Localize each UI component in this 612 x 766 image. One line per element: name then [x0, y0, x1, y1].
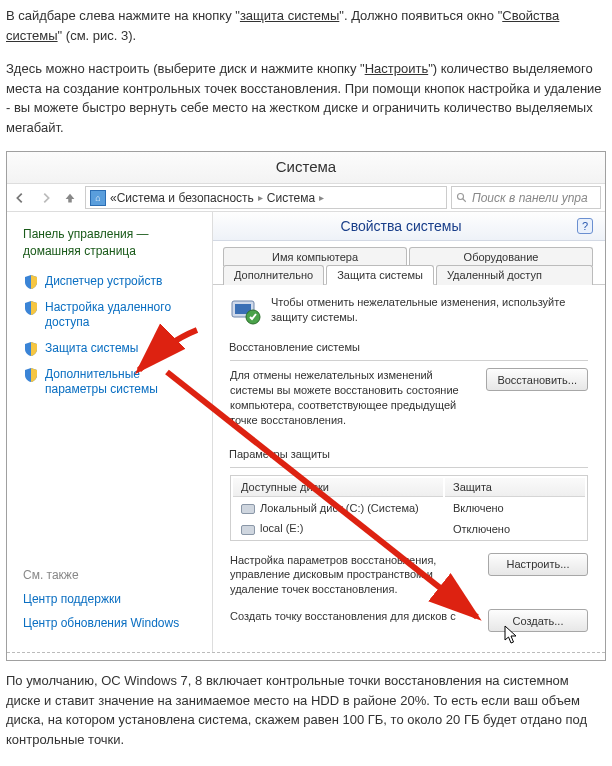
- torn-edge: [7, 652, 605, 660]
- shield-icon: [23, 341, 39, 357]
- col-protection[interactable]: Защита: [445, 478, 585, 497]
- system-protection-icon: [229, 295, 261, 327]
- restore-description: Для отмены нежелательных изменений систе…: [230, 368, 486, 427]
- sidebar-item-remote[interactable]: Настройка удаленного доступа: [23, 300, 202, 331]
- svg-line-1: [463, 198, 466, 201]
- tab-advanced[interactable]: Дополнительно: [223, 265, 324, 285]
- search-icon: [456, 192, 468, 204]
- tab-system-protection[interactable]: Защита системы: [326, 265, 434, 285]
- configure-button[interactable]: Настроить...: [488, 553, 588, 576]
- article-paragraph-2: Здесь можно настроить (выберите диск и н…: [6, 59, 606, 137]
- group-restore-label: Восстановление системы: [229, 341, 589, 353]
- nav-forward-icon[interactable]: [33, 184, 59, 211]
- window-title: Система: [7, 152, 605, 184]
- shield-icon: [23, 367, 39, 383]
- drive-icon: [241, 525, 255, 535]
- group-params-label: Параметры защиты: [229, 448, 589, 460]
- sidebar-item-update[interactable]: Центр обновления Windows: [23, 616, 202, 630]
- control-panel-home-link[interactable]: Панель управления — домашняя страница: [23, 226, 202, 260]
- help-icon[interactable]: ?: [577, 218, 593, 234]
- link-protection: защита системы: [240, 8, 339, 23]
- system-properties-dialog: Свойства системы ? Имя компьютера Оборуд…: [213, 212, 605, 643]
- tab-remote[interactable]: Удаленный доступ: [436, 265, 593, 285]
- shield-icon: [23, 300, 39, 316]
- see-also-header: См. также: [23, 568, 202, 582]
- svg-point-0: [458, 193, 464, 199]
- article-paragraph-1: В сайдбаре слева нажмите на кнопку "защи…: [6, 6, 606, 45]
- create-button[interactable]: Создать...: [488, 609, 588, 632]
- dialog-tabs: Имя компьютера Оборудование Дополнительн…: [213, 241, 605, 285]
- sidebar-item-system-protection[interactable]: Защита системы: [23, 341, 202, 357]
- breadcrumb[interactable]: ⌂ « Система и безопасность ▸ Система ▸: [85, 186, 447, 209]
- col-drives[interactable]: Доступные диски: [233, 478, 443, 497]
- dialog-title: Свойства системы ?: [213, 212, 605, 241]
- create-description: Создать точку восстановления для дисков …: [230, 609, 488, 624]
- search-input[interactable]: Поиск в панели упра: [451, 186, 601, 209]
- address-row: ⌂ « Система и безопасность ▸ Система ▸ П…: [7, 184, 605, 212]
- article-paragraph-3: По умолчанию, ОС Windows 7, 8 включает к…: [6, 671, 606, 749]
- info-text: Чтобы отменить нежелательные изменения, …: [271, 295, 589, 326]
- link-configure: Настроить: [365, 61, 429, 76]
- tab-hardware[interactable]: Оборудование: [409, 247, 593, 266]
- system-window: Система ⌂ « Система и безопасность ▸ Сис…: [6, 151, 606, 661]
- cursor-icon: [504, 625, 518, 645]
- configure-description: Настройка параметров восстановления, упр…: [230, 553, 488, 598]
- tab-computer-name[interactable]: Имя компьютера: [223, 247, 407, 266]
- control-panel-icon: ⌂: [90, 190, 106, 206]
- nav-back-icon[interactable]: [7, 184, 33, 211]
- table-row[interactable]: Локальный диск (C:) (Система) Включено: [233, 499, 585, 517]
- drive-icon: [241, 504, 255, 514]
- nav-up-icon[interactable]: [59, 184, 81, 211]
- sidebar-item-support[interactable]: Центр поддержки: [23, 592, 202, 606]
- drives-table[interactable]: Доступные диски Защита Локальный диск (C…: [230, 475, 588, 540]
- restore-button[interactable]: Восстановить...: [486, 368, 588, 391]
- sidebar-item-device-manager[interactable]: Диспетчер устройств: [23, 274, 202, 290]
- sidebar: Панель управления — домашняя страница Ди…: [7, 212, 212, 652]
- shield-icon: [23, 274, 39, 290]
- table-row[interactable]: local (E:) Отключено: [233, 519, 585, 537]
- sidebar-item-advanced[interactable]: Дополнительные параметры системы: [23, 367, 202, 398]
